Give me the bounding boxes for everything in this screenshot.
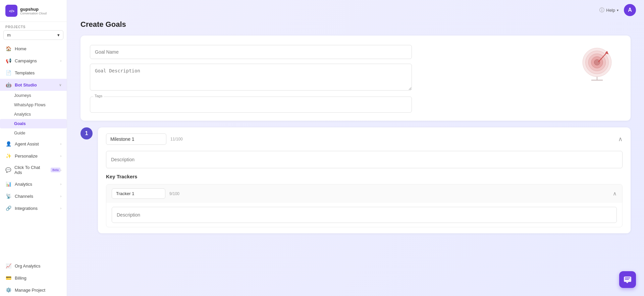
page-title: Create Goals: [80, 20, 631, 29]
sidebar-sub-label: Goals: [14, 121, 26, 126]
milestone-collapse-icon[interactable]: ∧: [618, 135, 623, 143]
tracker-description-input[interactable]: [112, 207, 617, 223]
project-dropdown[interactable]: m ▾: [3, 30, 63, 40]
campaigns-icon: 📢: [5, 58, 11, 64]
sidebar-item-journeys[interactable]: Journeys: [0, 91, 67, 100]
goal-description-input[interactable]: [90, 64, 412, 91]
tracker-header: 9/100 ∧: [106, 184, 622, 203]
sidebar-item-bot-studio[interactable]: 🤖 Bot Studio ∨: [0, 79, 67, 91]
milestone-name-input[interactable]: [106, 133, 166, 145]
milestone-body: Key Trackers 9/100 ∧: [98, 151, 631, 233]
personalize-icon: ✨: [5, 153, 11, 159]
projects-label: PROJECTS: [0, 22, 67, 30]
svg-rect-13: [625, 279, 629, 280]
org-analytics-icon: 📈: [5, 263, 11, 269]
tracker-char-count: 9/100: [169, 191, 179, 196]
sidebar-item-guide[interactable]: Guide: [0, 128, 67, 138]
sidebar-item-agent-assist[interactable]: 👤 Agent Assist ›: [0, 138, 67, 150]
sidebar-item-label: Click To Chat Ads: [14, 165, 46, 175]
help-label: Help: [606, 8, 615, 13]
sidebar-item-whatsapp-flows[interactable]: WhatsApp Flows: [0, 100, 67, 110]
chevron-right-icon: ›: [60, 182, 61, 186]
main-content: ⓘ Help ▾ A Create Goals: [67, 0, 644, 296]
sidebar-item-analytics-sub[interactable]: Analytics: [0, 110, 67, 119]
sidebar-item-label: Billing: [15, 276, 26, 281]
sidebar-item-personalize[interactable]: ✨ Personalize ›: [0, 150, 67, 162]
tags-label: Tags: [93, 94, 104, 98]
milestone-section: 11/100 ∧ Key Trackers 9/100 ∧: [98, 127, 631, 233]
sidebar-sub-label: WhatsApp Flows: [14, 103, 46, 107]
goal-name-input[interactable]: [90, 45, 412, 59]
beta-badge: Beta: [51, 168, 60, 172]
sidebar-item-label: Manage Project: [15, 288, 45, 293]
svg-rect-12: [625, 278, 630, 278]
chevron-right-icon: ›: [60, 194, 61, 198]
sidebar-item-label: Home: [15, 46, 26, 51]
sidebar-item-label: Integrations: [15, 206, 38, 211]
milestone-number-badge: 1: [80, 127, 93, 139]
target-illustration: [577, 42, 617, 82]
tracker-collapse-icon[interactable]: ∧: [613, 190, 617, 197]
sidebar-item-integrations[interactable]: 🔗 Integrations ›: [0, 202, 67, 214]
svg-marker-14: [626, 282, 629, 283]
logo: </> gupshup Conversation Cloud: [0, 0, 67, 22]
chevron-down-icon: ▾: [617, 8, 619, 12]
sidebar-item-channels[interactable]: 📡 Channels ›: [0, 190, 67, 202]
sidebar-item-label: Campaigns: [15, 58, 37, 63]
milestone-header: 11/100 ∧: [98, 127, 631, 151]
logo-title: gupshup: [20, 7, 47, 12]
billing-icon: 💳: [5, 275, 11, 281]
milestone-char-count: 11/100: [170, 137, 183, 141]
sidebar-sub-label: Journeys: [14, 93, 31, 98]
tags-input[interactable]: [90, 97, 412, 113]
manage-project-icon: ⚙️: [5, 287, 11, 293]
project-name: m: [7, 33, 11, 38]
chevron-right-icon: ›: [60, 142, 61, 146]
bot-studio-icon: 🤖: [5, 82, 11, 88]
chatbot-fab[interactable]: [619, 271, 636, 288]
dropdown-arrow-icon: ▾: [57, 33, 60, 38]
templates-icon: 📄: [5, 70, 11, 76]
svg-point-8: [594, 59, 600, 65]
chevron-down-icon: ∨: [59, 83, 61, 87]
sidebar-item-campaigns[interactable]: 📢 Campaigns ›: [0, 55, 67, 67]
chevron-right-icon: ›: [60, 59, 61, 63]
sidebar-item-label: Org Analytics: [15, 263, 41, 269]
content-area: Create Goals: [67, 20, 644, 296]
milestone-description-input[interactable]: [106, 151, 623, 168]
analytics-icon: 📊: [5, 181, 11, 187]
agent-assist-icon: 👤: [5, 141, 11, 147]
sidebar-item-org-analytics[interactable]: 📈 Org Analytics: [0, 260, 67, 272]
sidebar-item-label: Bot Studio: [15, 82, 37, 87]
goal-form-card: Tags: [80, 36, 631, 121]
sidebar-item-billing[interactable]: 💳 Billing: [0, 272, 67, 284]
avatar[interactable]: A: [624, 4, 636, 16]
tracker-body: [106, 203, 622, 227]
help-button[interactable]: ⓘ Help ▾: [599, 7, 619, 13]
sidebar-item-label: Analytics: [15, 182, 32, 187]
sidebar-item-label: Channels: [15, 194, 33, 199]
sidebar-item-home[interactable]: 🏠 Home: [0, 43, 67, 55]
channels-icon: 📡: [5, 193, 11, 199]
logo-subtitle: Conversation Cloud: [20, 12, 47, 15]
sidebar-item-goals[interactable]: Goals: [0, 119, 67, 128]
sidebar-sub-label: Analytics: [14, 112, 31, 117]
click-to-chat-icon: 💬: [5, 167, 11, 173]
sidebar-item-label: Templates: [15, 70, 35, 75]
sidebar-item-label: Agent Assist: [15, 141, 39, 146]
help-icon: ⓘ: [599, 7, 604, 13]
key-trackers-title: Key Trackers: [106, 174, 623, 179]
sidebar-item-analytics[interactable]: 📊 Analytics ›: [0, 178, 67, 190]
tracker-card: 9/100 ∧: [106, 184, 623, 227]
sidebar-item-label: Personalize: [15, 154, 38, 159]
sidebar-item-manage-project[interactable]: ⚙️ Manage Project: [0, 284, 67, 296]
integrations-icon: 🔗: [5, 205, 11, 211]
tracker-name-input[interactable]: [112, 188, 165, 199]
chevron-right-icon: ›: [60, 168, 61, 172]
topbar: ⓘ Help ▾ A: [67, 0, 644, 20]
sidebar-item-click-to-chat[interactable]: 💬 Click To Chat Ads Beta ›: [0, 162, 67, 178]
svg-text:</>: </>: [9, 9, 14, 13]
home-icon: 🏠: [5, 46, 11, 52]
sidebar-item-templates[interactable]: 📄 Templates: [0, 67, 67, 79]
logo-icon: </>: [5, 5, 17, 17]
